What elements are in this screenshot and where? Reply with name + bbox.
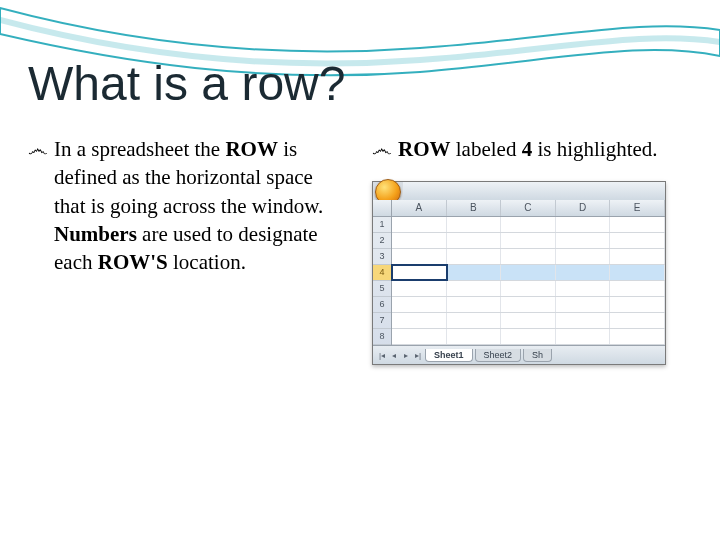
text: labeled	[451, 137, 522, 161]
sheet-tab-active: Sheet1	[425, 349, 473, 362]
col-header: A	[392, 200, 447, 216]
row-header-highlight: 4	[373, 265, 391, 281]
bullet-icon: ෴	[372, 135, 392, 163]
sheet-tab: Sh	[523, 349, 552, 362]
row-header: 7	[373, 313, 391, 329]
highlighted-row	[392, 265, 665, 281]
bullet-icon: ෴	[28, 135, 48, 277]
row-header: 5	[373, 281, 391, 297]
row-header: 8	[373, 329, 391, 345]
sheet-tab: Sheet2	[475, 349, 522, 362]
nav-last-icon: ▸|	[413, 350, 423, 360]
bullet-left: ෴ In a spreadsheet the ROW is defined as…	[28, 135, 336, 277]
nav-next-icon: ▸	[401, 350, 411, 360]
text: In a spreadsheet the	[54, 137, 225, 161]
row-header: 6	[373, 297, 391, 313]
text: is highlighted.	[532, 137, 657, 161]
text-bold: ROW	[225, 137, 278, 161]
text: location.	[168, 250, 246, 274]
col-header: D	[556, 200, 611, 216]
nav-prev-icon: ◂	[389, 350, 399, 360]
text-bold: ROW'S	[98, 250, 168, 274]
text-bold: Numbers	[54, 222, 137, 246]
row-header: 2	[373, 233, 391, 249]
bullet-right: ෴ ROW labeled 4 is highlighted.	[372, 135, 680, 163]
text-bold: 4	[522, 137, 533, 161]
nav-first-icon: |◂	[377, 350, 387, 360]
col-header: B	[447, 200, 502, 216]
text-bold: ROW	[398, 137, 451, 161]
slide-title: What is a row?	[28, 56, 680, 111]
row-header: 3	[373, 249, 391, 265]
col-header: E	[610, 200, 665, 216]
spreadsheet-image: 1 2 3 4 5 6 7 8 A B C D	[372, 181, 666, 365]
col-header: C	[501, 200, 556, 216]
row-header: 1	[373, 217, 391, 233]
